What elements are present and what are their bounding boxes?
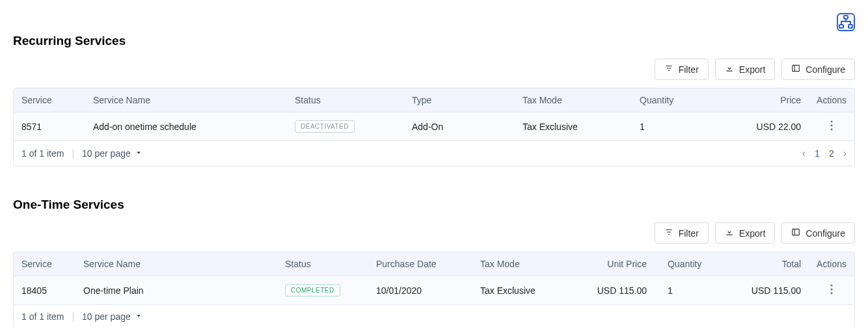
status-badge: DEACTIVATED (295, 120, 355, 133)
configure-icon (791, 64, 800, 75)
export-button[interactable]: Export (715, 222, 775, 244)
svg-rect-3 (793, 65, 800, 71)
configure-icon (791, 228, 800, 239)
cell-quantity: 1 (655, 276, 726, 305)
chevron-down-icon (135, 148, 142, 159)
export-label: Export (739, 228, 765, 239)
cell-service: 8571 (14, 112, 85, 141)
col-actions: Actions (809, 88, 854, 112)
recurring-table: Service Service Name Status Type Tax Mod… (13, 88, 855, 166)
col-purchase-date: Purchase Date (368, 252, 472, 276)
footer-summary: 1 of 1 item (21, 311, 64, 322)
page-next[interactable]: › (843, 148, 847, 159)
cell-quantity: 1 (632, 112, 703, 141)
filter-icon (664, 64, 673, 75)
col-quantity: Quantity (655, 252, 726, 276)
per-page-label: 10 per page (82, 148, 131, 159)
svg-point-8 (831, 285, 833, 287)
configure-label: Configure (806, 228, 845, 239)
svg-rect-1 (839, 25, 843, 28)
cell-price: USD 22.00 (703, 112, 809, 141)
export-icon (725, 228, 734, 239)
cell-actions (809, 112, 854, 141)
footer-separator: | (72, 148, 74, 159)
cell-tax-mode: Tax Exclusive (472, 276, 563, 305)
status-badge: COMPLETED (285, 284, 340, 296)
export-icon (725, 64, 734, 75)
col-service-name: Service Name (75, 252, 277, 276)
col-service: Service (14, 88, 85, 112)
per-page-selector[interactable]: 10 per page (82, 148, 142, 159)
cell-tax-mode: Tax Exclusive (515, 112, 632, 141)
col-service: Service (14, 252, 75, 276)
cell-type: Add-On (404, 112, 515, 141)
svg-point-5 (831, 125, 833, 127)
filter-button[interactable]: Filter (655, 222, 709, 244)
filter-icon (664, 228, 673, 239)
svg-rect-0 (844, 16, 848, 19)
filter-label: Filter (679, 64, 699, 75)
kebab-icon[interactable] (830, 120, 833, 133)
svg-point-9 (831, 289, 833, 291)
table-row[interactable]: 8571 Add-on onetime schedule DEACTIVATED… (14, 112, 854, 141)
cell-unit-price: USD 115.00 (563, 276, 655, 305)
onetime-services-section: One-Time Services Filter Export Configur… (13, 198, 855, 327)
col-tax-mode: Tax Mode (472, 252, 563, 276)
recurring-services-section: Recurring Services Filter Export Configu… (13, 34, 855, 166)
svg-point-4 (831, 121, 833, 123)
configure-label: Configure (806, 64, 845, 75)
onetime-footer: 1 of 1 item | 10 per page (14, 305, 854, 327)
cell-service-name: One-time Plain (75, 276, 277, 305)
svg-rect-7 (793, 229, 800, 235)
col-status: Status (287, 88, 404, 112)
col-tax-mode: Tax Mode (515, 88, 632, 112)
footer-summary: 1 of 1 item (21, 148, 64, 159)
recurring-footer: 1 of 1 item | 10 per page ‹ 1 2 › (14, 141, 854, 166)
cell-actions (809, 276, 854, 305)
configure-button[interactable]: Configure (781, 59, 855, 80)
svg-point-6 (831, 129, 833, 131)
cell-service-name: Add-on onetime schedule (85, 112, 287, 141)
cell-service: 18405 (14, 276, 75, 305)
footer-separator: | (72, 311, 74, 322)
filter-label: Filter (679, 228, 699, 239)
col-type: Type (404, 88, 515, 112)
col-quantity: Quantity (632, 88, 703, 112)
export-button[interactable]: Export (715, 59, 775, 80)
pagination: ‹ 1 2 › (802, 148, 847, 159)
col-status: Status (277, 252, 368, 276)
page-prev[interactable]: ‹ (802, 148, 806, 159)
export-label: Export (739, 64, 765, 75)
recurring-title: Recurring Services (13, 34, 855, 48)
col-actions: Actions (809, 252, 854, 276)
cell-status: DEACTIVATED (287, 112, 404, 141)
cell-status: COMPLETED (277, 276, 368, 305)
svg-rect-2 (848, 25, 852, 28)
per-page-selector[interactable]: 10 per page (82, 311, 142, 322)
per-page-label: 10 per page (82, 311, 131, 322)
kebab-icon[interactable] (830, 284, 833, 296)
col-total: Total (726, 252, 809, 276)
table-row[interactable]: 18405 One-time Plain COMPLETED 10/01/202… (14, 276, 854, 305)
filter-button[interactable]: Filter (655, 59, 709, 80)
page-2[interactable]: 2 (829, 148, 834, 159)
col-price: Price (703, 88, 809, 112)
onetime-table: Service Service Name Status Purchase Dat… (13, 252, 855, 327)
col-unit-price: Unit Price (563, 252, 655, 276)
svg-point-10 (831, 293, 833, 294)
chevron-down-icon (135, 311, 142, 322)
onetime-toolbar: Filter Export Configure (13, 222, 855, 244)
onetime-title: One-Time Services (13, 198, 855, 212)
cell-total: USD 115.00 (726, 276, 809, 305)
recurring-toolbar: Filter Export Configure (13, 59, 855, 80)
col-service-name: Service Name (85, 88, 287, 112)
org-chart-icon[interactable] (837, 13, 855, 31)
table-header-row: Service Service Name Status Type Tax Mod… (14, 88, 854, 112)
configure-button[interactable]: Configure (781, 222, 855, 244)
cell-purchase-date: 10/01/2020 (368, 276, 472, 305)
page-current[interactable]: 1 (815, 148, 820, 159)
table-header-row: Service Service Name Status Purchase Dat… (14, 252, 854, 276)
